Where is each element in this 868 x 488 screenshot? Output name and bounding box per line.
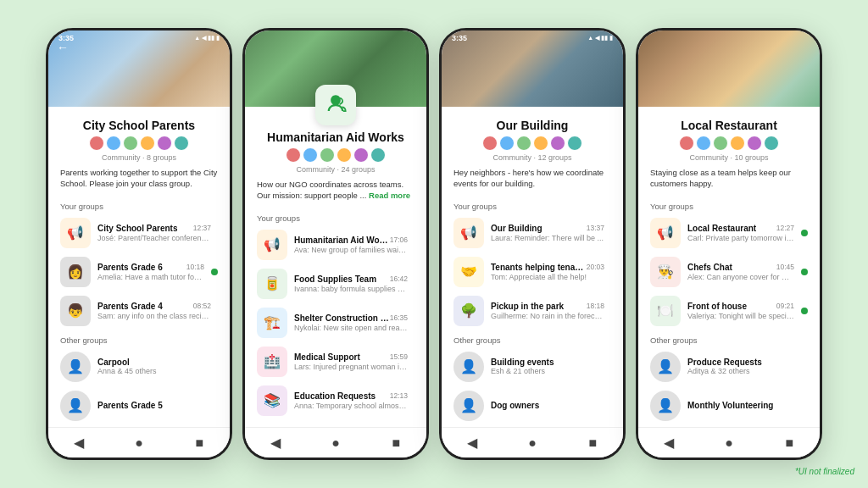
chat-avatar: 📢 bbox=[650, 218, 681, 248]
other-group-item[interactable]: 👤Building eventsEsh & 21 others bbox=[442, 347, 623, 386]
chat-avatar: 🏗️ bbox=[257, 308, 287, 338]
chat-name: Humanitarian Aid Works bbox=[294, 236, 390, 245]
community-meta: Community · 12 groups bbox=[453, 153, 611, 162]
phone-body: Humanitarian Aid WorksCommunity · 24 gro… bbox=[245, 107, 426, 427]
avatar bbox=[567, 136, 582, 151]
other-group-info: Parents Grade 5 bbox=[97, 401, 163, 410]
chat-preview: Ava: New group of families waiting ... bbox=[294, 246, 408, 254]
other-group-item[interactable]: 👤Produce RequestsAditya & 32 others bbox=[638, 347, 820, 386]
chat-header-row: Front of house09:21 bbox=[687, 302, 794, 311]
chat-item[interactable]: 👦Parents Grade 408:52Sam: any info on th… bbox=[48, 291, 230, 330]
other-group-info: CarpoolAnna & 45 others bbox=[97, 358, 157, 375]
chat-item[interactable]: 👨‍🍳Chefs Chat10:45Alex: Can anyone cover… bbox=[638, 252, 820, 291]
chat-item[interactable]: 📚Education Requests12:13Anna: Temporary … bbox=[245, 381, 426, 420]
chat-content: Chefs Chat10:45Alex: Can anyone cover fo… bbox=[687, 263, 794, 281]
chat-name: Pickup in the park bbox=[491, 302, 564, 311]
chat-time: 18:18 bbox=[587, 302, 604, 310]
chat-name: Front of house bbox=[687, 302, 747, 311]
chat-time: 15:59 bbox=[390, 352, 408, 361]
phone-phone1: ←3:35▲ ◀ ▮▮ ▮City School ParentsCommunit… bbox=[46, 28, 232, 460]
chat-right bbox=[211, 269, 218, 275]
read-more-link[interactable]: Read more bbox=[366, 191, 410, 200]
avatar bbox=[174, 136, 189, 151]
nav-recent[interactable]: ■ bbox=[386, 433, 406, 453]
chat-header-row: Parents Grade 610:18 bbox=[97, 263, 204, 272]
community-meta: Community · 8 groups bbox=[60, 153, 218, 162]
nav-home[interactable]: ● bbox=[522, 433, 542, 453]
chat-item[interactable]: 🏗️Shelter Construction Team16:35Nykolai:… bbox=[245, 303, 426, 342]
chat-time: 16:42 bbox=[390, 274, 408, 283]
other-group-name: Carpool bbox=[97, 358, 157, 367]
chat-item[interactable]: 📢Our Building13:37Laura: Reminder: There… bbox=[442, 214, 623, 252]
other-group-info: Produce RequestsAditya & 32 others bbox=[687, 358, 762, 375]
chat-item[interactable]: 📢Humanitarian Aid Works17:06Ava: New gro… bbox=[245, 225, 426, 264]
chat-time: 13:37 bbox=[587, 224, 604, 232]
header-background bbox=[638, 30, 820, 107]
phone-header-image: 3:35▲ ◀ ▮▮ ▮ bbox=[442, 30, 623, 107]
chat-name: Chefs Chat bbox=[687, 263, 732, 272]
chat-name: City School Parents bbox=[97, 224, 177, 233]
chat-content: Local Restaurant12:27Carl: Private party… bbox=[687, 224, 794, 242]
chat-content: Pickup in the park18:18Guilherme: No rai… bbox=[491, 302, 604, 320]
chat-item[interactable]: 📢Local Restaurant12:27Carl: Private part… bbox=[638, 214, 820, 252]
community-description: Hey neighbors - here's how we coordinate… bbox=[453, 167, 611, 190]
nav-recent[interactable]: ■ bbox=[189, 433, 209, 453]
chat-preview: Sam: any info on the class recital? bbox=[97, 312, 211, 320]
other-group-avatar: 👤 bbox=[650, 391, 681, 421]
community-info: City School ParentsCommunity · 8 groupsP… bbox=[48, 107, 230, 197]
chat-content: Shelter Construction Team16:35Nykolai: N… bbox=[294, 313, 408, 332]
chat-avatar: 📢 bbox=[60, 218, 91, 248]
unread-dot bbox=[801, 230, 808, 236]
nav-home[interactable]: ● bbox=[129, 433, 149, 453]
avatar bbox=[516, 136, 531, 151]
avatar bbox=[764, 136, 779, 151]
avatar bbox=[696, 136, 711, 151]
chat-item[interactable]: 🤝Tenants helping tenants20:03Tom: Apprec… bbox=[442, 252, 623, 291]
avatar bbox=[320, 147, 335, 163]
chat-time: 17:06 bbox=[390, 236, 408, 244]
other-group-sub: Esh & 21 others bbox=[491, 367, 554, 375]
chat-item[interactable]: 🥫Food Supplies Team16:42Ivanna: baby for… bbox=[245, 264, 426, 303]
phones-container: ←3:35▲ ◀ ▮▮ ▮City School ParentsCommunit… bbox=[32, 11, 836, 477]
nav-home[interactable]: ● bbox=[719, 433, 739, 453]
nav-back[interactable]: ◀ bbox=[462, 433, 482, 453]
other-group-avatar: 👤 bbox=[453, 352, 484, 382]
chat-item[interactable]: 📢City School Parents12:37José: Parent/Te… bbox=[48, 214, 230, 252]
nav-recent[interactable]: ■ bbox=[582, 433, 603, 453]
other-group-avatar: 👤 bbox=[650, 352, 681, 382]
nav-home[interactable]: ● bbox=[326, 433, 346, 453]
your-groups-list: 📢Local Restaurant12:27Carl: Private part… bbox=[638, 214, 820, 330]
community-meta: Community · 10 groups bbox=[650, 153, 808, 162]
chat-item[interactable]: 🌳Pickup in the park18:18Guilherme: No ra… bbox=[442, 291, 623, 330]
avatar bbox=[89, 136, 104, 151]
member-avatars bbox=[650, 136, 808, 151]
other-group-item[interactable]: 👤Parents Grade 5 bbox=[48, 386, 230, 425]
watermark: *UI not finalized bbox=[795, 467, 854, 476]
nav-recent[interactable]: ■ bbox=[779, 433, 799, 453]
nav-back[interactable]: ◀ bbox=[69, 433, 89, 453]
chat-header-row: Shelter Construction Team16:35 bbox=[294, 313, 408, 323]
other-group-name: Monthly Volunteering bbox=[687, 401, 773, 410]
avatar bbox=[482, 136, 498, 151]
other-group-item[interactable]: 👤Monthly Volunteering bbox=[638, 386, 820, 425]
chat-item[interactable]: 🏥Medical Support15:59Lars: Injured pregn… bbox=[245, 342, 426, 381]
chat-time: 10:18 bbox=[186, 263, 204, 271]
status-icons: ▲ ◀ ▮▮ ▮ bbox=[587, 35, 613, 42]
nav-back[interactable]: ◀ bbox=[659, 433, 679, 453]
other-groups-label: Other groups bbox=[442, 330, 623, 347]
chat-right bbox=[801, 230, 808, 236]
other-group-item[interactable]: 👤Dog owners bbox=[442, 386, 623, 425]
chat-item[interactable]: 🍽️Front of house09:21Valeriya: Tonight w… bbox=[638, 291, 820, 330]
chat-preview: Anna: Temporary school almost comp... bbox=[294, 402, 408, 410]
chat-name: Food Supplies Team bbox=[294, 274, 376, 284]
chat-item[interactable]: 👩Parents Grade 610:18Amelia: Have a math… bbox=[48, 252, 230, 291]
other-group-avatar: 👤 bbox=[453, 391, 484, 421]
other-group-item[interactable]: 👤CarpoolAnna & 45 others bbox=[48, 347, 230, 386]
community-title: Our Building bbox=[453, 119, 611, 132]
nav-back[interactable]: ◀ bbox=[265, 433, 286, 453]
other-group-sub: Anna & 45 others bbox=[97, 367, 157, 375]
phone-nav: ◀●■ bbox=[638, 427, 820, 458]
chat-time: 08:52 bbox=[193, 302, 211, 310]
phone-nav: ◀●■ bbox=[245, 427, 426, 458]
status-bar: 3:35▲ ◀ ▮▮ ▮ bbox=[442, 30, 623, 44]
